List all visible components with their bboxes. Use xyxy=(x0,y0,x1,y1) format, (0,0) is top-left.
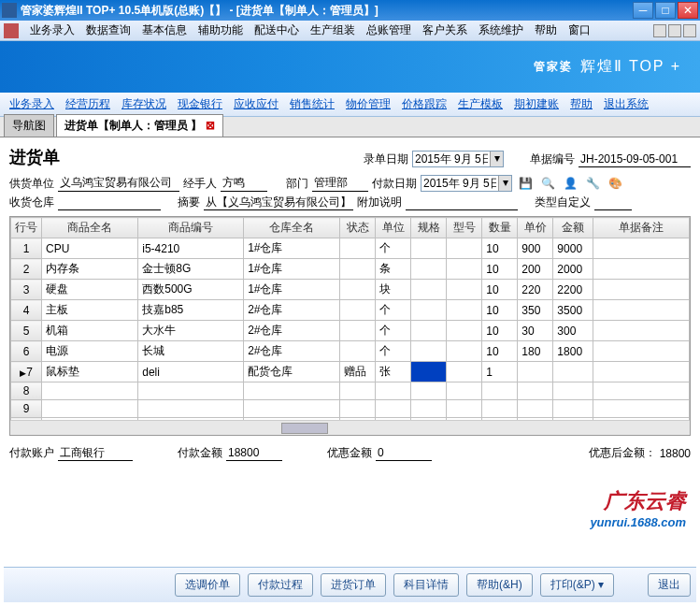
cell[interactable] xyxy=(411,259,447,280)
cell[interactable]: 10 xyxy=(482,280,518,300)
cell[interactable] xyxy=(593,259,689,280)
tab-close-icon[interactable]: ⊠ xyxy=(206,119,215,132)
cell[interactable] xyxy=(553,362,593,382)
table-row[interactable]: 11 xyxy=(11,436,690,437)
table-row[interactable]: 3硬盘西数500G1#仓库块102202200 xyxy=(11,280,690,300)
cell[interactable]: 机箱 xyxy=(42,321,138,341)
cell[interactable] xyxy=(482,382,518,400)
cell[interactable] xyxy=(411,341,447,362)
col-header[interactable]: 单价 xyxy=(518,218,553,238)
col-header[interactable]: 商品编号 xyxy=(138,218,244,238)
cell[interactable] xyxy=(340,280,376,300)
table-row[interactable]: 8 xyxy=(11,382,690,400)
tool-item[interactable]: 期初建账 xyxy=(508,94,564,115)
btn-selprice[interactable]: 选调价单 xyxy=(175,573,240,597)
cell[interactable] xyxy=(138,436,244,437)
menu-item[interactable]: 基本信息 xyxy=(136,21,193,40)
cell[interactable]: 1#仓库 xyxy=(244,280,340,300)
cell[interactable]: 大水牛 xyxy=(138,321,244,341)
cell[interactable] xyxy=(138,400,244,418)
maximize-button[interactable]: □ xyxy=(655,2,676,19)
cell[interactable] xyxy=(593,238,689,259)
cell[interactable] xyxy=(447,280,482,300)
cell[interactable] xyxy=(593,341,689,362)
btn-order[interactable]: 进货订单 xyxy=(321,573,386,597)
disc-input[interactable] xyxy=(376,445,432,461)
tool-item[interactable]: 销售统计 xyxy=(284,94,340,115)
cell[interactable]: 西数500G xyxy=(138,280,244,300)
cell[interactable] xyxy=(447,382,482,400)
cell[interactable]: 长城 xyxy=(138,341,244,362)
cell[interactable] xyxy=(411,362,447,382)
cell[interactable]: 30 xyxy=(518,321,553,341)
cell[interactable]: i5-4210 xyxy=(138,238,244,259)
cell[interactable] xyxy=(244,382,340,400)
user-icon[interactable]: 👤 xyxy=(562,175,579,192)
cell[interactable]: 2#仓库 xyxy=(244,321,340,341)
col-header[interactable]: 单据备注 xyxy=(593,218,689,238)
tool-item[interactable]: 经营历程 xyxy=(60,94,116,115)
cell[interactable]: 10 xyxy=(482,238,518,259)
tool-item[interactable]: 库存状况 xyxy=(116,94,172,115)
cell[interactable]: 配货仓库 xyxy=(244,362,340,382)
col-header[interactable]: 单位 xyxy=(376,218,411,238)
cell[interactable]: 10 xyxy=(482,341,518,362)
btn-print[interactable]: 打印(&P) ▾ xyxy=(540,573,614,597)
cell[interactable]: 个 xyxy=(376,238,411,259)
cell[interactable]: 180 xyxy=(518,341,553,362)
cell[interactable] xyxy=(593,300,689,321)
menu-item[interactable]: 配送中心 xyxy=(249,21,305,40)
cell[interactable] xyxy=(593,321,689,341)
mdi-close-icon[interactable] xyxy=(683,24,696,37)
cell[interactable]: 9000 xyxy=(553,238,593,259)
cell[interactable]: 4 xyxy=(11,300,42,321)
cell[interactable]: 2#仓库 xyxy=(244,341,340,362)
cell[interactable] xyxy=(376,400,411,418)
table-row[interactable]: 9 xyxy=(11,400,690,418)
paydate-picker[interactable]: ▾ xyxy=(421,175,512,192)
table-row[interactable]: 1CPUi5-42101#仓库个109009000 xyxy=(11,238,690,259)
table-row[interactable]: ▶7鼠标垫deli配货仓库赠品张1 xyxy=(11,362,690,382)
cell[interactable] xyxy=(411,300,447,321)
menu-item[interactable]: 辅助功能 xyxy=(193,21,249,40)
cell[interactable] xyxy=(553,382,593,400)
menu-item[interactable]: 总账管理 xyxy=(361,21,417,40)
paydate-input[interactable] xyxy=(421,176,498,191)
cell[interactable] xyxy=(518,382,553,400)
summary-input[interactable] xyxy=(204,195,353,210)
cell[interactable] xyxy=(42,382,138,400)
cell[interactable]: 5 xyxy=(11,321,42,341)
cell[interactable]: 300 xyxy=(553,321,593,341)
table-row[interactable]: 6电源长城2#仓库个101801800 xyxy=(11,341,690,362)
cell[interactable] xyxy=(340,341,376,362)
cell[interactable] xyxy=(411,436,447,437)
cell[interactable] xyxy=(340,436,376,437)
mdi-restore-icon[interactable] xyxy=(668,24,681,37)
btn-detail[interactable]: 科目详情 xyxy=(393,573,459,597)
col-header[interactable]: 型号 xyxy=(447,218,482,238)
menu-item[interactable]: 生产组装 xyxy=(305,21,361,40)
cell[interactable]: 1800 xyxy=(553,341,593,362)
cell[interactable]: 鼠标垫 xyxy=(42,362,138,382)
cell[interactable] xyxy=(553,400,593,418)
custom-input[interactable] xyxy=(594,195,632,210)
cell[interactable]: 1 xyxy=(482,362,518,382)
cell[interactable] xyxy=(340,259,376,280)
cell[interactable] xyxy=(411,382,447,400)
tool-item[interactable]: 退出系统 xyxy=(598,94,654,115)
tool-item[interactable]: 应收应付 xyxy=(228,94,284,115)
cell[interactable] xyxy=(593,436,689,437)
mdi-min-icon[interactable] xyxy=(653,24,666,37)
cell[interactable] xyxy=(42,436,138,437)
col-header[interactable]: 规格 xyxy=(411,218,447,238)
menu-item[interactable]: 数据查询 xyxy=(80,21,136,40)
supplier-input[interactable] xyxy=(58,176,179,192)
cell[interactable]: 2 xyxy=(11,259,42,280)
menu-item[interactable]: 客户关系 xyxy=(417,21,473,40)
dept-input[interactable] xyxy=(312,176,368,192)
col-header[interactable]: 数量 xyxy=(482,218,518,238)
cell[interactable] xyxy=(138,382,244,400)
cell[interactable]: 2200 xyxy=(553,280,593,300)
cell[interactable]: 1#仓库 xyxy=(244,259,340,280)
cell[interactable] xyxy=(593,382,689,400)
